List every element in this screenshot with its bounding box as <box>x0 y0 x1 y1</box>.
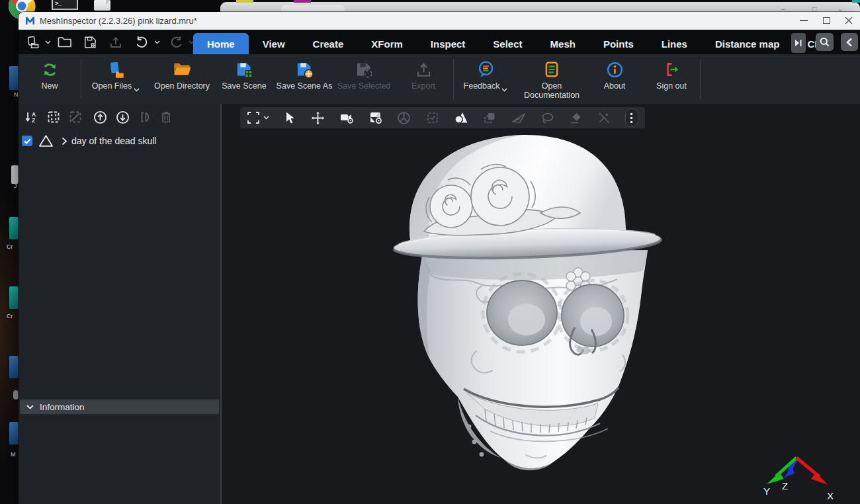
background-window[interactable]: – □ ⌄ <box>220 2 860 13</box>
desktop-icon-label: M <box>11 451 16 458</box>
tab-row: Home View Create XForm Inspect Select Me… <box>19 30 860 54</box>
undo-dropdown-icon[interactable] <box>154 40 160 44</box>
deselect-all-icon <box>69 110 82 124</box>
close-button[interactable] <box>838 12 860 29</box>
copy-icon <box>483 107 496 128</box>
information-label: Information <box>40 402 85 412</box>
save-scene-icon <box>236 61 253 79</box>
desktop-icon-label: J <box>14 183 17 189</box>
desktop-icon-label: Cr <box>7 313 13 319</box>
tab-mesh[interactable]: Mesh <box>537 33 589 54</box>
mesh-triangle-icon <box>38 134 54 147</box>
viewport-toolbar <box>240 107 645 128</box>
open-documentation-icon <box>543 61 560 78</box>
open-files-button[interactable]: Open Files <box>81 54 150 104</box>
tab-xform[interactable]: XForm <box>357 33 417 54</box>
svg-text:Z: Z <box>32 117 35 124</box>
visibility-checkbox[interactable] <box>22 136 32 146</box>
scene-tree-panel: A Z <box>19 104 222 504</box>
about-button[interactable]: About <box>586 54 643 104</box>
quick-access-toolbar <box>24 30 199 54</box>
lasso-icon <box>540 107 554 128</box>
chevron-left-icon <box>846 38 853 47</box>
tab-view[interactable]: View <box>249 33 299 54</box>
open-directory-icon <box>173 61 191 78</box>
dropdown-chevron-icon <box>501 85 507 94</box>
tab-distance-map[interactable]: Distance map <box>701 33 794 54</box>
save-scene-quick-icon[interactable] <box>81 34 99 51</box>
search-icon <box>820 37 830 47</box>
box-select-icon <box>426 107 439 128</box>
axis-gizmo[interactable]: Y Z X <box>751 447 860 503</box>
desktop-icon-fragment[interactable] <box>9 66 19 90</box>
eraser-icon <box>569 107 582 128</box>
collapse-ribbon-button[interactable] <box>791 33 806 53</box>
export-button: Export <box>394 54 453 104</box>
file-icon[interactable] <box>94 0 110 11</box>
tab-points[interactable]: Points <box>589 33 648 54</box>
viewport-settings-icon[interactable] <box>368 107 382 128</box>
desktop-icon-fragment <box>13 390 19 399</box>
tree-item[interactable]: day of the dead skull <box>19 132 220 149</box>
sort-icon[interactable]: A Z <box>25 110 38 124</box>
desktop-icon-fragment[interactable] <box>9 286 19 309</box>
clone-icon <box>138 110 151 124</box>
open-directory-button[interactable]: Open Directory <box>150 54 214 104</box>
pan-move-icon[interactable] <box>311 107 325 128</box>
camera-settings-icon[interactable] <box>339 107 354 128</box>
desktop-icon-fragment[interactable] <box>9 217 19 239</box>
model-day-of-the-dead-skull[interactable] <box>390 132 674 478</box>
window-title: MeshInspector (2.2.3.26) pink lizard.mru… <box>40 16 197 26</box>
desktop-icon-label: N <box>14 91 19 98</box>
select-cursor-icon[interactable] <box>284 107 296 128</box>
save-scene-button[interactable]: Save Scene <box>214 54 275 104</box>
dropdown-chevron-icon <box>134 85 140 94</box>
fit-view-icon[interactable] <box>247 107 269 128</box>
open-documentation-button[interactable]: Open Documentation <box>517 54 586 104</box>
primitives-icon[interactable] <box>454 107 468 128</box>
maximize-button[interactable] <box>815 12 838 29</box>
save-scene-as-button[interactable]: Save Scene As <box>275 54 334 104</box>
open-files-icon <box>107 61 125 79</box>
new-icon <box>41 61 59 79</box>
collapse-panel-button[interactable] <box>841 33 858 51</box>
export-quick-icon <box>107 34 124 51</box>
ribbon-tabs: Home View Create XForm Inspect Select Me… <box>193 33 843 54</box>
desktop-icon-fragment[interactable] <box>11 165 19 184</box>
viewport[interactable]: Y Z X <box>222 104 860 504</box>
tab-create[interactable]: Create <box>299 33 358 54</box>
select-all-icon[interactable] <box>47 110 60 124</box>
app-logo-icon <box>25 16 35 25</box>
feedback-button[interactable]: Feedback <box>454 54 517 104</box>
axis-y-label: Y <box>763 485 770 497</box>
open-files-quick-icon[interactable] <box>24 34 42 51</box>
save-selected-icon <box>355 61 373 79</box>
move-down-icon[interactable] <box>116 110 130 124</box>
tab-home[interactable]: Home <box>193 33 249 54</box>
more-options-icon[interactable] <box>625 107 638 128</box>
scene-tree-toolbar: A Z <box>19 104 220 130</box>
desktop-icon-fragment[interactable] <box>9 356 19 378</box>
desktop-fragment <box>236 0 253 3</box>
desktop-icon-fragment[interactable] <box>9 422 19 444</box>
tab-inspect[interactable]: Inspect <box>417 33 480 54</box>
rotate-widget-icon <box>397 107 411 128</box>
tab-lines[interactable]: Lines <box>648 33 701 54</box>
sign-out-button[interactable]: Sign out <box>643 54 700 104</box>
information-header[interactable]: Information <box>20 399 219 414</box>
move-up-icon[interactable] <box>93 110 107 124</box>
open-directory-quick-icon[interactable] <box>56 34 74 51</box>
tree-item-label[interactable]: day of the dead skull <box>71 136 156 146</box>
open-files-dropdown-icon[interactable] <box>45 40 51 44</box>
redo-icon <box>167 34 185 51</box>
feedback-icon <box>476 60 495 79</box>
undo-icon[interactable] <box>133 34 151 51</box>
axis-x-label: X <box>827 490 834 501</box>
minimize-button[interactable] <box>793 12 815 29</box>
tab-select[interactable]: Select <box>479 33 536 54</box>
expand-chevron-icon[interactable] <box>62 137 67 146</box>
ribbon: New Open Files Open Directo <box>19 54 860 104</box>
terminal-icon[interactable]: >_ <box>52 0 78 10</box>
new-button[interactable]: New <box>19 54 81 104</box>
search-button[interactable] <box>816 33 834 51</box>
